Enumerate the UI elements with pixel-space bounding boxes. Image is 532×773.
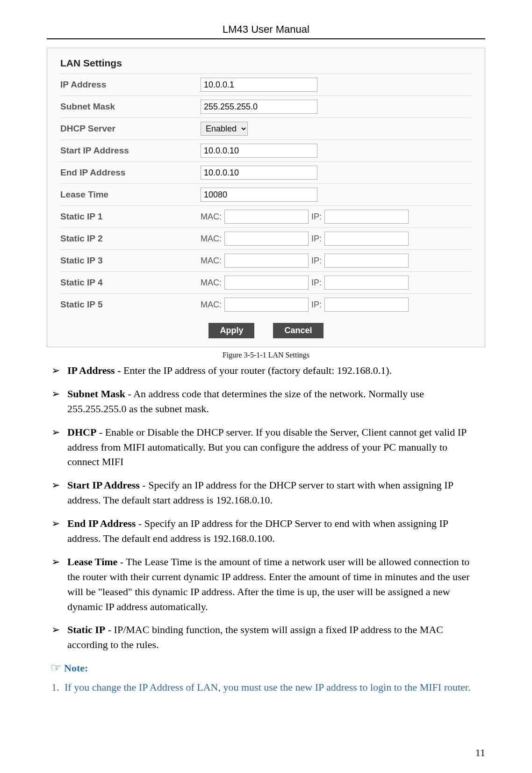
- note-list: 1.If you change the IP Address of LAN, y…: [51, 680, 485, 695]
- bullet-term: IP Address -: [67, 365, 121, 376]
- label-dhcp-server: DHCP Server: [60, 124, 201, 134]
- ip-label-1: IP:: [311, 212, 322, 222]
- row-static-ip-5: Static IP 5 MAC: IP:: [60, 293, 472, 315]
- bullet-text: - Enable or Disable the DHCP server. If …: [67, 426, 466, 468]
- row-end-ip: End IP Address: [60, 161, 472, 183]
- input-mac-4[interactable]: [224, 276, 309, 290]
- input-mac-3[interactable]: [224, 254, 309, 268]
- label-ip-address: IP Address: [60, 80, 201, 90]
- select-dhcp-server[interactable]: Enabled: [201, 122, 248, 136]
- bullet-term: Subnet Mask: [67, 388, 125, 400]
- label-start-ip: Start IP Address: [60, 146, 201, 156]
- pointing-hand-icon: ☞: [50, 661, 61, 675]
- label-static-ip-1: Static IP 1: [60, 211, 201, 222]
- input-ip-5[interactable]: [324, 298, 409, 312]
- triangle-bullet-icon: ➢: [51, 622, 67, 637]
- note-label: Note:: [64, 662, 88, 674]
- bullet-term: Start IP Address: [67, 479, 140, 491]
- note-item-1: 1.If you change the IP Address of LAN, y…: [51, 680, 485, 695]
- input-mac-1[interactable]: [224, 210, 309, 224]
- page-header-title: LM43 User Manual: [47, 23, 485, 39]
- button-row: Apply Cancel: [60, 315, 472, 338]
- bullet-lease-time: ➢ Lease Time - The Lease Time is the amo…: [51, 554, 481, 614]
- bullet-static-ip: ➢ Static IP - IP/MAC binding function, t…: [51, 622, 481, 652]
- label-end-ip: End IP Address: [60, 168, 201, 178]
- bullet-term: Static IP: [67, 624, 105, 635]
- triangle-bullet-icon: ➢: [51, 554, 67, 569]
- label-subnet-mask: Subnet Mask: [60, 102, 201, 112]
- bullet-text: - The Lease Time is the amount of time a…: [67, 556, 470, 613]
- bullet-text: - IP/MAC binding function, the system wi…: [67, 624, 443, 650]
- mac-label-2: MAC:: [201, 234, 222, 244]
- bullet-text: Enter the IP address of your router (fac…: [121, 365, 392, 376]
- mac-label-4: MAC:: [201, 278, 222, 288]
- row-lease-time: Lease Time: [60, 183, 472, 205]
- ip-label-2: IP:: [311, 234, 322, 244]
- apply-button[interactable]: Apply: [208, 323, 254, 338]
- bullet-end-ip: ➢ End IP Address - Specify an IP address…: [51, 516, 481, 546]
- bullet-ip-address: ➢ IP Address - Enter the IP address of y…: [51, 363, 481, 378]
- triangle-bullet-icon: ➢: [51, 425, 67, 440]
- bullet-term: End IP Address: [67, 518, 136, 529]
- bullet-list: ➢ IP Address - Enter the IP address of y…: [51, 363, 481, 652]
- input-end-ip[interactable]: [201, 166, 317, 180]
- mac-label-3: MAC:: [201, 256, 222, 266]
- row-start-ip: Start IP Address: [60, 139, 472, 161]
- label-static-ip-3: Static IP 3: [60, 255, 201, 266]
- row-static-ip-4: Static IP 4 MAC: IP:: [60, 271, 472, 293]
- note-number: 1.: [51, 680, 65, 695]
- bullet-start-ip: ➢ Start IP Address - Specify an IP addre…: [51, 478, 481, 508]
- bullet-dhcp: ➢ DHCP - Enable or Disable the DHCP serv…: [51, 425, 481, 470]
- lan-settings-panel: LAN Settings IP Address Subnet Mask DHCP…: [47, 48, 485, 347]
- input-ip-2[interactable]: [324, 232, 409, 246]
- page-number: 11: [475, 747, 485, 759]
- row-static-ip-3: Static IP 3 MAC: IP:: [60, 249, 472, 271]
- ip-label-4: IP:: [311, 278, 322, 288]
- cancel-button[interactable]: Cancel: [273, 323, 323, 338]
- label-static-ip-4: Static IP 4: [60, 277, 201, 288]
- row-dhcp-server: DHCP Server Enabled: [60, 117, 472, 139]
- mac-label-5: MAC:: [201, 300, 222, 310]
- bullet-term: Lease Time: [67, 556, 117, 568]
- row-ip-address: IP Address: [60, 73, 472, 95]
- row-subnet-mask: Subnet Mask: [60, 95, 472, 117]
- input-mac-2[interactable]: [224, 232, 309, 246]
- input-start-ip[interactable]: [201, 144, 317, 158]
- triangle-bullet-icon: ➢: [51, 516, 67, 531]
- label-static-ip-2: Static IP 2: [60, 233, 201, 244]
- row-static-ip-2: Static IP 2 MAC: IP:: [60, 227, 472, 249]
- mac-label-1: MAC:: [201, 212, 222, 222]
- input-ip-1[interactable]: [324, 210, 409, 224]
- figure-caption: Figure 3-5-1-1 LAN Settings: [47, 351, 485, 359]
- input-lease-time[interactable]: [201, 188, 317, 202]
- note-heading: ☞ Note:: [50, 661, 485, 675]
- ip-label-5: IP:: [311, 300, 322, 310]
- panel-title: LAN Settings: [60, 55, 472, 73]
- triangle-bullet-icon: ➢: [51, 363, 67, 378]
- input-ip-4[interactable]: [324, 276, 409, 290]
- triangle-bullet-icon: ➢: [51, 386, 67, 401]
- bullet-subnet-mask: ➢ Subnet Mask - An address code that det…: [51, 386, 481, 416]
- input-ip-address[interactable]: [201, 78, 317, 92]
- row-static-ip-1: Static IP 1 MAC: IP:: [60, 205, 472, 227]
- input-ip-3[interactable]: [324, 254, 409, 268]
- ip-label-3: IP:: [311, 256, 322, 266]
- input-mac-5[interactable]: [224, 298, 309, 312]
- input-subnet-mask[interactable]: [201, 100, 317, 114]
- bullet-term: DHCP: [67, 426, 96, 438]
- label-static-ip-5: Static IP 5: [60, 299, 201, 310]
- label-lease-time: Lease Time: [60, 190, 201, 200]
- triangle-bullet-icon: ➢: [51, 478, 67, 493]
- note-text: If you change the IP Address of LAN, you…: [65, 681, 470, 693]
